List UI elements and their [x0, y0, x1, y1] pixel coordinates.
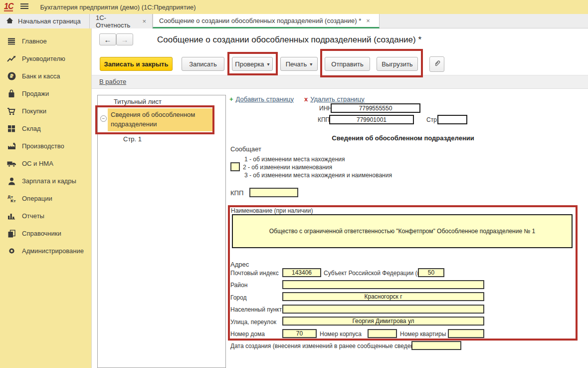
notify-option-2: 2 - об изменении наименования [243, 164, 332, 171]
sidebar-label: Продажи [22, 90, 49, 97]
cart-icon [6, 107, 16, 116]
street-field[interactable] [282, 317, 484, 326]
notify-code-field[interactable] [230, 162, 240, 171]
ruble-circle-icon: ₽ [6, 72, 16, 81]
status-link[interactable]: В работе [99, 78, 126, 85]
send-button[interactable]: Отправить [325, 57, 370, 71]
tree-item-page-1[interactable]: Стр. 1 [123, 135, 142, 143]
truck-icon [6, 159, 16, 168]
sidebar-item-bank-i-kassa[interactable]: ₽ Банк и касса [0, 67, 92, 85]
x-icon: x [304, 95, 308, 103]
tree-item-selected-division-info[interactable]: Сведения об обособленном подразделении [108, 108, 212, 131]
sidebar-item-administrirovanie[interactable]: Администрирование [0, 242, 92, 260]
sidebar-label: Покупки [22, 107, 46, 115]
str-field[interactable] [437, 115, 467, 124]
tab-report[interactable]: 1С-Отчетность × [90, 14, 153, 28]
postal-field[interactable] [282, 268, 321, 277]
save-button[interactable]: Записать [182, 57, 224, 71]
trend-chart-icon [6, 54, 16, 63]
tab-message-active[interactable]: Сообщение о создании обособленных подраз… [153, 14, 380, 28]
tab-report-close-icon[interactable]: × [142, 17, 146, 25]
page-title: Сообщение о создании обособленных подраз… [157, 35, 421, 45]
house-label: Номер дома [230, 331, 265, 338]
1c-logo-icon: 1С [4, 2, 13, 11]
tree-item-title-page[interactable]: Титульный лист [114, 98, 162, 105]
bag-icon [6, 89, 16, 98]
svg-text:Кт: Кт [10, 199, 16, 203]
save-and-close-button[interactable]: Записать и закрыть [100, 57, 173, 71]
forward-button[interactable]: → [116, 33, 133, 45]
tab-home[interactable]: Начальная страница [0, 14, 90, 28]
tab-home-label: Начальная страница [18, 17, 81, 25]
house-field[interactable] [282, 329, 317, 338]
tab-message-close-icon[interactable]: × [366, 17, 370, 24]
check-button[interactable]: Проверка▾ [232, 57, 273, 71]
sidebar-label: Банк и касса [22, 72, 60, 80]
kpp2-field[interactable] [249, 188, 298, 197]
sidebar-item-spravochniki[interactable]: Справочники [0, 225, 92, 242]
apartment-label: Номер квартиры [400, 331, 446, 338]
chevron-down-icon: ▾ [267, 61, 270, 67]
sidebar-item-proizvodstvo[interactable]: Производство [0, 137, 92, 155]
svg-text:₽: ₽ [9, 73, 13, 79]
settlement-field[interactable] [282, 305, 484, 314]
name-field[interactable]: Общество с ограниченной ответственностью… [232, 214, 573, 248]
sidebar-item-glavnoe[interactable]: Главное [0, 32, 92, 50]
apartment-field[interactable] [448, 329, 484, 338]
region-code-field[interactable] [418, 268, 444, 277]
plus-icon: + [229, 95, 233, 103]
sidebar-item-os-i-nma[interactable]: ОС и НМА [0, 155, 92, 172]
attachment-button[interactable] [429, 56, 444, 72]
sidebar-item-sklad[interactable]: Склад [0, 120, 92, 137]
kpp-label: КПП [318, 116, 330, 123]
sidebar-label: Администрирование [22, 247, 84, 255]
sidebar-label: Операции [22, 195, 52, 202]
person-icon [6, 177, 16, 186]
window-title: Бухгалтерия предприятия (демо) (1С:Предп… [40, 3, 196, 11]
section-title: Сведения об обособленном подразделении [228, 134, 578, 142]
collapse-icon[interactable]: − [100, 115, 107, 122]
sidebar: Главное Руководителю ₽ Банк и касса Прод… [0, 28, 92, 368]
sidebar-item-pokupki[interactable]: Покупки [0, 102, 92, 120]
str-label: Стр [426, 116, 437, 123]
app-window: 1С Бухгалтерия предприятия (демо) (1С:Пр… [0, 0, 588, 368]
sidebar-label: Главное [22, 37, 47, 45]
kpp-field[interactable] [329, 115, 414, 124]
address-label: Адрес [230, 261, 249, 268]
add-page-link[interactable]: +Добавить страницу [229, 95, 294, 103]
sidebar-label: ОС и НМА [22, 160, 53, 167]
sidebar-label: Склад [22, 125, 41, 132]
region-code-label: Субъект Российской Федерации (код) [324, 270, 428, 277]
inn-field[interactable] [331, 103, 420, 113]
city-field[interactable] [282, 292, 484, 301]
main-menu-icon[interactable] [20, 3, 29, 11]
sidebar-item-operacii[interactable]: ДтКт Операции [0, 190, 92, 207]
bar-chart-icon [6, 212, 16, 221]
creation-date-label: Дата создания (внесения изменений в ране… [230, 343, 422, 350]
sidebar-label: Отчеты [22, 212, 44, 220]
debit-credit-icon: ДтКт [6, 194, 16, 203]
sidebar-item-rukovoditelyu[interactable]: Руководителю [0, 50, 92, 67]
title-bar: 1С Бухгалтерия предприятия (демо) (1С:Пр… [0, 0, 588, 14]
sidebar-item-zarplata-i-kadry[interactable]: Зарплата и кадры [0, 172, 92, 190]
paperclip-icon [433, 59, 441, 69]
status-strip [92, 75, 588, 89]
blocks-grid-icon [6, 124, 16, 133]
notify-option-3: 3 - об изменении места нахождения и наим… [244, 172, 392, 179]
creation-date-field[interactable] [411, 341, 461, 350]
sidebar-label: Зарплата и кадры [22, 177, 76, 185]
sidebar-item-prodazhi[interactable]: Продажи [0, 85, 92, 102]
tab-message-label: Сообщение о создании обособленных подраз… [159, 17, 361, 24]
building-field[interactable] [368, 329, 397, 338]
kpp2-label: КПП [230, 189, 243, 197]
sidebar-item-otchety[interactable]: Отчеты [0, 207, 92, 225]
back-button[interactable]: ← [99, 33, 116, 45]
export-button[interactable]: Выгрузить [377, 57, 418, 71]
notify-label: Сообщает [230, 145, 261, 153]
notify-option-1: 1 - об изменении места нахождения [244, 156, 345, 163]
district-label: Район [230, 282, 247, 289]
delete-page-link[interactable]: xУдалить страницу [304, 95, 365, 103]
district-field[interactable] [282, 280, 484, 289]
print-button[interactable]: Печать▾ [280, 57, 318, 71]
tab-bar: Начальная страница 1С-Отчетность × Сообщ… [0, 14, 588, 28]
